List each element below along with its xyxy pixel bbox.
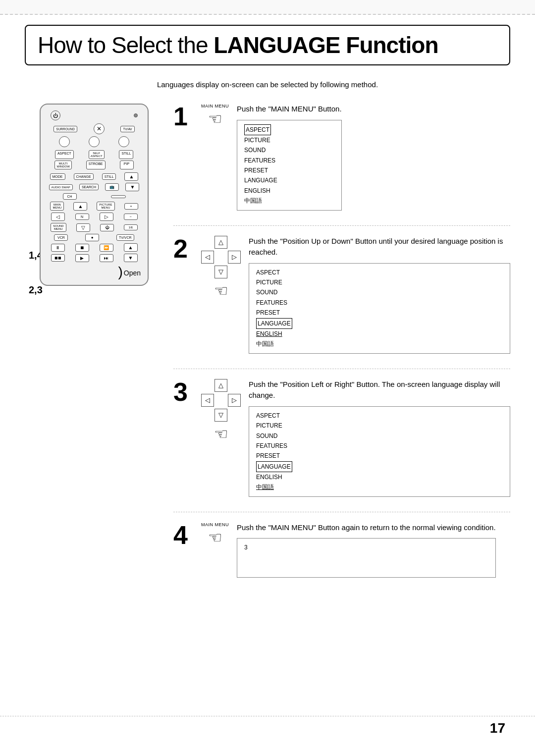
search-button[interactable]: SEARCH: [79, 184, 99, 190]
down-btn2[interactable]: ▽: [76, 223, 90, 232]
step-2-icon-area: △ ◁ ▷ ▽ ☜: [201, 236, 241, 300]
change-button[interactable]: CHANGE: [74, 173, 94, 180]
play-button[interactable]: ▶: [75, 254, 89, 262]
down-arrow-diagram-3: ▽: [214, 409, 227, 422]
up-arrow-diagram-3: △: [214, 379, 227, 392]
down-btn3[interactable]: ▼: [124, 254, 138, 262]
down-arrow-diagram: ▽: [214, 266, 227, 278]
down-arrow-button[interactable]: ▼: [125, 183, 139, 191]
step-3-text: Push the "Position Left or Right" Button…: [249, 379, 510, 401]
ffwd-button[interactable]: ⏩: [100, 244, 113, 252]
x-button[interactable]: ✕: [94, 123, 105, 134]
n-button[interactable]: N: [75, 214, 89, 220]
stop-button[interactable]: ⏹: [75, 244, 89, 252]
step-3: 3 △ ◁ ▷ ▽ ☜: [173, 379, 510, 497]
bottom-divider: [0, 716, 535, 716]
tv-icon-button[interactable]: 📺: [105, 183, 119, 191]
step-4: 4 MAIN MENU ☜ Push the "MAIN MENU" Butto…: [173, 522, 510, 578]
main-menu-button[interactable]: MAINMENU: [50, 202, 64, 211]
steps-section: 1 MAIN MENU ☜ Push the "MAIN MENU" Butto…: [173, 104, 510, 593]
subtitle: Languages display on-screen can be selec…: [25, 80, 510, 89]
up-arrow-button[interactable]: ▲: [124, 172, 138, 181]
record-button[interactable]: ●: [85, 234, 99, 241]
slow-button[interactable]: ◼◼: [51, 254, 65, 262]
minus-button[interactable]: −: [124, 214, 138, 220]
pip-button[interactable]: PIP: [120, 161, 134, 169]
hand-icon-1: ☜: [208, 109, 222, 128]
circle-btn-1[interactable]: [59, 136, 70, 147]
right-arrow-diagram-3: ▷: [228, 394, 241, 407]
step-1: 1 MAIN MENU ☜ Push the "MAIN MENU" Butto…: [173, 104, 510, 211]
step-3-icon-area: △ ◁ ▷ ▽ ☜: [201, 379, 241, 443]
right-button[interactable]: ▷: [100, 213, 113, 221]
surround-button[interactable]: SURROUND: [54, 126, 77, 132]
still-button[interactable]: STILL: [119, 150, 133, 159]
step-1-menu: ASPECT PICTURE SOUND FEATURES PRESET LAN…: [237, 120, 342, 211]
step-3-menu: ASPECT PICTURE SOUND FEATURES PRESET LAN…: [249, 406, 510, 497]
step-2-menu: ASPECT PICTURE SOUND FEATURES PRESET LAN…: [249, 263, 510, 354]
mode-button[interactable]: MODE: [50, 173, 65, 180]
left-button[interactable]: ◁: [51, 213, 65, 221]
step-4-number: 4: [173, 522, 193, 578]
step-1-icon-area: MAIN MENU ☜: [201, 104, 229, 128]
still2-button[interactable]: STILL: [102, 173, 116, 180]
hand-icon-2: ☜: [214, 281, 228, 300]
remote-control: ⏻ SURROUND ✕ TV/AV: [40, 104, 149, 286]
sound-menu-button[interactable]: SOUNDMENU: [51, 223, 66, 232]
page-number: 17: [490, 720, 505, 736]
step-1-text: Push the "MAIN MENU" Button.: [237, 104, 342, 115]
power-button[interactable]: ⏻: [51, 110, 60, 120]
open-label: Open: [124, 269, 141, 277]
up-arrow-diagram: △: [214, 236, 227, 249]
left-arrow-diagram-3: ◁: [201, 394, 214, 407]
tvvcr-button[interactable]: TV/VCR: [116, 234, 134, 241]
1e-button[interactable]: 1/E: [124, 224, 138, 230]
circle-btn-3[interactable]: [118, 136, 129, 147]
step-4-menu: 3: [237, 538, 496, 578]
timer-button[interactable]: ⏻: [100, 224, 114, 231]
up-btn3[interactable]: ▲: [124, 243, 138, 252]
circle-btn-2[interactable]: [89, 136, 100, 147]
step-4-icon-area: MAIN MENU ☜: [201, 522, 229, 547]
blank-btn[interactable]: [111, 195, 126, 198]
title-box: How to Select the LANGUAGE Function: [25, 25, 510, 65]
step-2-text: Push the "Position Up or Down" Button un…: [249, 236, 510, 258]
step-1-number: 1: [173, 104, 193, 211]
audio-swap-button[interactable]: AUDIO SWAP: [49, 184, 73, 190]
ch-button[interactable]: CH: [63, 193, 77, 200]
step-3-number: 3: [173, 379, 193, 497]
step-label-23: 2,3: [29, 284, 43, 296]
tvav-button[interactable]: TV/AV: [120, 126, 134, 132]
hand-icon-3: ☜: [214, 425, 228, 443]
aspect-button[interactable]: ASPECT: [55, 150, 74, 159]
page-title: How to Select the LANGUAGE Function: [38, 32, 497, 58]
step-2: 2 △ ◁ ▷ ▽ ☜: [173, 236, 510, 354]
multi-window-button[interactable]: MULTIWINDOW: [54, 161, 71, 169]
step-2-number: 2: [173, 236, 193, 354]
strobe-button[interactable]: STROBE: [86, 161, 106, 169]
remote-led: [134, 113, 138, 117]
step-4-text: Push the "MAIN MENU" Button again to ret…: [237, 522, 496, 534]
left-arrow-diagram: ◁: [201, 251, 214, 264]
pause-button[interactable]: ⏸: [51, 244, 65, 252]
fwd-button[interactable]: ⏭: [100, 254, 113, 262]
plus-button[interactable]: +: [124, 203, 138, 210]
picture-menu-button[interactable]: PICTUREMENU: [97, 202, 114, 211]
up-btn2[interactable]: ▲: [73, 202, 87, 211]
hand-icon-4: ☜: [208, 528, 222, 547]
right-arrow-diagram: ▷: [228, 251, 241, 264]
remote-section: 1,4 2,3 ⏻ SURROUND ✕ TV/AV: [25, 104, 163, 593]
self-aspect-button[interactable]: SELFASPECT: [89, 150, 105, 159]
vcr-button[interactable]: VCR: [54, 234, 68, 241]
